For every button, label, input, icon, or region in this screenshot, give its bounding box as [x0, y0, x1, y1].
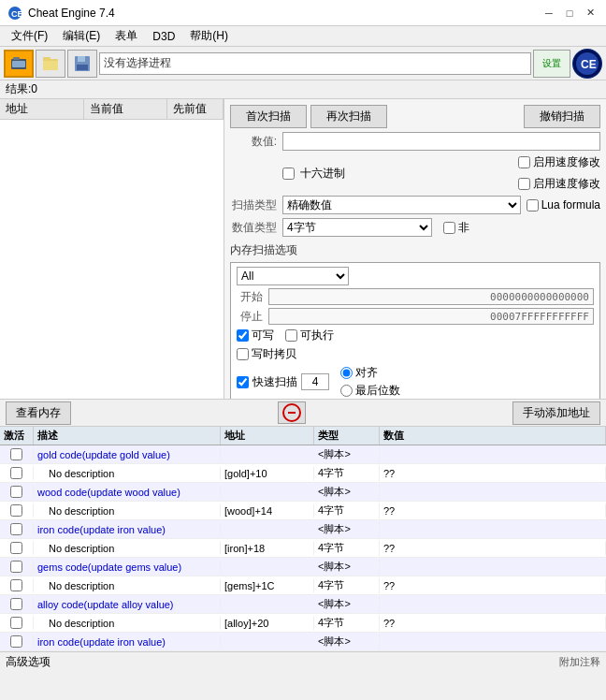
svg-text:CE: CE: [11, 9, 22, 19]
cheat-desc-cell: No description: [34, 504, 221, 518]
mem-type-select[interactable]: All: [237, 267, 349, 285]
executable-checkbox[interactable]: [285, 329, 297, 342]
cheat-active-cell: [0, 503, 34, 518]
menu-file[interactable]: 文件(F): [4, 26, 55, 46]
cheat-type-cell: 4字节: [314, 465, 380, 481]
last-digit-label: 最后位数: [355, 383, 400, 399]
cheat-row[interactable]: wood code(update wood value)<脚本>: [0, 483, 606, 502]
speed-mod2-row: 启用速度修改: [518, 176, 600, 192]
scan-type-select[interactable]: 精确数值: [282, 196, 521, 214]
header-current: 当前值: [84, 99, 167, 119]
cheat-row[interactable]: iron code(update iron value)<脚本>: [0, 520, 606, 539]
cheat-desc-text: No description: [49, 543, 114, 554]
speed-modify2-checkbox[interactable]: [518, 178, 530, 190]
cheat-row[interactable]: iron code(update iron value)<脚本>: [0, 633, 606, 651]
data-type-select[interactable]: 4字节: [282, 218, 432, 237]
process-name-bar[interactable]: 没有选择进程: [99, 52, 531, 75]
open-file-button[interactable]: [36, 50, 65, 78]
not-checkbox[interactable]: [443, 222, 455, 234]
cheat-row[interactable]: No description[gems]+1C4字节??: [0, 576, 606, 595]
cheat-active-checkbox[interactable]: [10, 635, 22, 648]
cheat-active-checkbox[interactable]: [10, 617, 22, 629]
first-scan-button[interactable]: 首次扫描: [230, 105, 307, 128]
speed-modify1-label: 启用速度修改: [533, 154, 600, 170]
cheat-val-cell: [380, 566, 606, 568]
fast-scan-input[interactable]: [301, 373, 329, 390]
fast-scan-checkbox[interactable]: [237, 376, 249, 388]
cheat-desc-text: alloy code(update alloy value): [37, 599, 174, 610]
cheat-active-cell: [0, 447, 34, 461]
cheat-active-checkbox[interactable]: [10, 504, 22, 517]
close-button[interactable]: ✕: [582, 5, 599, 22]
cheat-row[interactable]: No description[iron]+184字节??: [0, 539, 606, 558]
menu-edit[interactable]: 编辑(E): [55, 26, 108, 46]
cheat-type-cell: 4字节: [314, 615, 380, 631]
align-radio[interactable]: [340, 367, 353, 379]
cheat-active-checkbox[interactable]: [10, 542, 22, 554]
cheat-active-checkbox[interactable]: [10, 523, 22, 535]
advanced-options-text[interactable]: 高级选项: [6, 654, 50, 670]
action-bar: 查看内存 手动添加地址: [0, 399, 606, 427]
undo-scan-button[interactable]: 撤销扫描: [524, 105, 600, 128]
next-scan-button[interactable]: 再次扫描: [310, 105, 387, 128]
minimize-button[interactable]: ─: [541, 5, 557, 22]
cheat-header-type: 类型: [314, 427, 380, 445]
cheat-active-checkbox[interactable]: [10, 486, 22, 498]
bottom-bar: 高级选项 附加注释: [0, 651, 606, 672]
cheat-active-checkbox[interactable]: [10, 467, 22, 479]
start-input[interactable]: [268, 288, 594, 305]
cheat-desc-cell: iron code(update iron value): [34, 523, 221, 536]
menu-d3d[interactable]: D3D: [145, 28, 182, 45]
cheat-active-checkbox[interactable]: [10, 579, 22, 591]
cheat-row[interactable]: No description[alloy]+204字节??: [0, 614, 606, 633]
open-process-button[interactable]: [4, 50, 34, 78]
speed-modify2-label: 启用速度修改: [533, 176, 600, 192]
maximize-button[interactable]: □: [561, 5, 578, 22]
cheat-row[interactable]: gems code(update gems value)<脚本>: [0, 558, 606, 576]
cheat-addr-cell: [221, 604, 314, 605]
add-comment-text[interactable]: 附加注释: [559, 655, 600, 669]
menu-table[interactable]: 表单: [108, 26, 145, 46]
last-digit-radio[interactable]: [340, 385, 353, 397]
mem-scan-group: All 开始 停止 可写: [230, 262, 600, 399]
cheat-desc-cell: gold code(update gold value): [34, 448, 221, 461]
delete-icon-button[interactable]: [278, 401, 306, 424]
address-list[interactable]: [0, 120, 224, 399]
add-address-button[interactable]: 手动添加地址: [512, 401, 600, 425]
cheat-row[interactable]: No description[gold]+104字节??: [0, 464, 606, 483]
value-input[interactable]: [282, 132, 600, 151]
menu-help[interactable]: 帮助(H): [182, 26, 236, 46]
lua-formula-checkbox[interactable]: [527, 199, 539, 211]
writable-label: 可写: [252, 328, 274, 343]
cheat-active-cell: [0, 485, 34, 499]
cheat-active-checkbox[interactable]: [10, 561, 22, 573]
cheat-row[interactable]: No description[wood]+144字节??: [0, 502, 606, 520]
hex-checkbox[interactable]: [282, 168, 295, 180]
copy-on-write-row: 写时拷贝: [237, 346, 594, 362]
cheat-type-cell: <脚本>: [314, 446, 380, 462]
settings-button[interactable]: 设置: [533, 50, 570, 78]
cheat-row[interactable]: alloy code(update alloy value)<脚本>: [0, 595, 606, 614]
result-count: 结果:0: [6, 81, 37, 97]
executable-label: 可执行: [300, 328, 334, 343]
hex-row: 十六进制 启用速度修改 启用速度修改: [230, 154, 600, 192]
cheat-active-checkbox[interactable]: [10, 448, 22, 460]
header-address: 地址: [0, 99, 84, 119]
cheat-active-cell: [0, 616, 34, 630]
copy-write-checkbox[interactable]: [237, 348, 249, 360]
cheat-active-cell: [0, 560, 34, 574]
view-memory-button[interactable]: 查看内存: [6, 401, 71, 425]
cheat-addr-cell: [gold]+10: [221, 467, 314, 480]
header-previous: 先前值: [167, 99, 224, 119]
cheat-row[interactable]: gold code(update gold value)<脚本>: [0, 445, 606, 464]
stop-input[interactable]: [268, 308, 594, 325]
writable-checkbox[interactable]: [237, 329, 249, 342]
save-button[interactable]: [67, 50, 97, 78]
ce-logo: CE: [572, 49, 602, 79]
cheat-type-cell: <脚本>: [314, 521, 380, 537]
cheat-desc-cell: No description: [34, 467, 221, 480]
cheat-active-checkbox[interactable]: [10, 598, 22, 610]
speed-modify1-checkbox[interactable]: [518, 156, 530, 168]
stop-label: 停止: [237, 309, 263, 325]
cheat-val-cell: ??: [380, 467, 606, 480]
